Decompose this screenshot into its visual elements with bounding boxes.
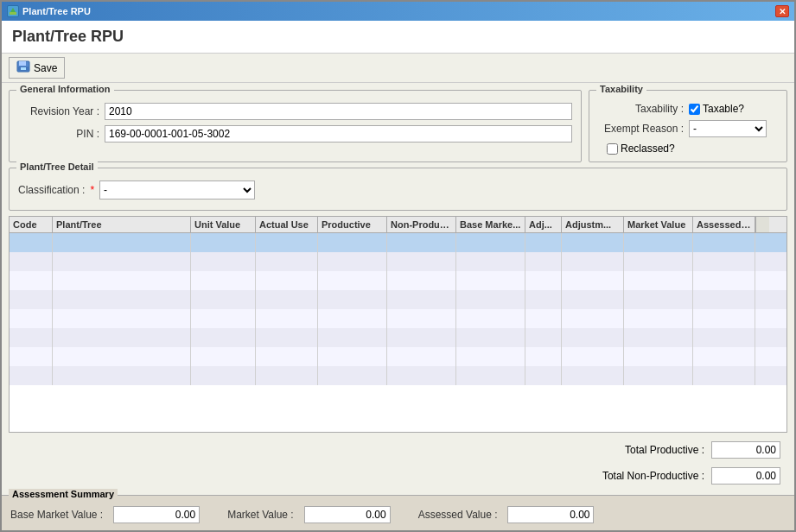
cell-adjustment bbox=[562, 328, 624, 347]
cell-code bbox=[10, 233, 53, 252]
general-info-label: General Information bbox=[16, 84, 114, 94]
cell-productive bbox=[318, 271, 387, 290]
table-row[interactable] bbox=[10, 233, 786, 252]
cell-adjustment bbox=[562, 271, 624, 290]
col-header-actual-use: Actual Use bbox=[256, 217, 318, 232]
save-button[interactable]: Save bbox=[9, 57, 65, 79]
totals-row: Total Productive : bbox=[9, 438, 787, 462]
col-header-code: Code bbox=[10, 217, 53, 232]
cell-adj-short bbox=[525, 290, 562, 309]
cell-productive bbox=[318, 252, 387, 271]
cell-code bbox=[10, 309, 53, 328]
cell-code bbox=[10, 271, 53, 290]
title-bar-text: Plant/Tree RPU bbox=[22, 6, 91, 16]
col-header-assessed: Assessed V... bbox=[693, 217, 755, 232]
cell-market-value bbox=[624, 328, 693, 347]
cell-non-productive bbox=[387, 347, 456, 366]
cell-code bbox=[10, 347, 53, 366]
pin-label: PIN : bbox=[18, 128, 105, 140]
cell-base-market bbox=[456, 271, 525, 290]
save-label: Save bbox=[34, 62, 57, 74]
col-header-unit-value: Unit Value bbox=[191, 217, 256, 232]
page-title: Plant/Tree RPU bbox=[12, 28, 784, 46]
detail-label: Plant/Tree Detail bbox=[16, 162, 98, 172]
table-row[interactable] bbox=[10, 309, 786, 328]
exempt-label: Exempt Reason : bbox=[598, 123, 689, 135]
cell-plant-tree bbox=[53, 328, 191, 347]
cell-assessed bbox=[693, 271, 755, 290]
cell-code bbox=[10, 290, 53, 309]
base-market-input[interactable] bbox=[113, 506, 200, 523]
pin-input[interactable] bbox=[105, 125, 572, 142]
cell-unit-value bbox=[191, 252, 256, 271]
cell-code bbox=[10, 252, 53, 271]
assessment-summary-label: Assessment Summary bbox=[9, 489, 118, 499]
cell-plant-tree bbox=[53, 233, 191, 252]
reclassed-label: Reclassed? bbox=[621, 142, 675, 155]
cell-productive bbox=[318, 309, 387, 328]
total-nonproductive-input[interactable] bbox=[711, 467, 780, 484]
title-bar-left: Plant/Tree RPU bbox=[7, 5, 91, 17]
cell-adjustment bbox=[562, 366, 624, 385]
close-button[interactable]: ✕ bbox=[775, 5, 789, 17]
cell-base-market bbox=[456, 252, 525, 271]
classification-select[interactable]: - bbox=[99, 180, 255, 200]
cell-adj-short bbox=[525, 233, 562, 252]
cell-non-productive bbox=[387, 309, 456, 328]
required-asterisk: * bbox=[90, 184, 94, 196]
cell-assessed bbox=[693, 233, 755, 252]
cell-adjustment bbox=[562, 233, 624, 252]
taxable-checkbox[interactable] bbox=[689, 104, 700, 115]
table-row[interactable] bbox=[10, 366, 786, 385]
cell-adjustment bbox=[562, 290, 624, 309]
cell-market-value bbox=[624, 252, 693, 271]
cell-adj-short bbox=[525, 252, 562, 271]
plant-tree-detail-section: Plant/Tree Detail Classification : * - bbox=[9, 168, 787, 211]
table-row[interactable] bbox=[10, 328, 786, 347]
cell-adj-short bbox=[525, 328, 562, 347]
col-header-non-productive: Non-Produc... bbox=[387, 217, 456, 232]
table-row[interactable] bbox=[10, 252, 786, 271]
cell-actual-use bbox=[256, 366, 318, 385]
cell-non-productive bbox=[387, 290, 456, 309]
title-bar: Plant/Tree RPU ✕ bbox=[2, 2, 794, 21]
svg-rect-5 bbox=[21, 67, 26, 70]
revision-year-row: Revision Year : bbox=[18, 103, 572, 120]
cell-actual-use bbox=[256, 328, 318, 347]
app-icon bbox=[7, 5, 19, 17]
svg-marker-1 bbox=[10, 8, 16, 12]
revision-year-input[interactable] bbox=[105, 103, 572, 120]
cell-assessed bbox=[693, 366, 755, 385]
cell-plant-tree bbox=[53, 347, 191, 366]
cell-actual-use bbox=[256, 290, 318, 309]
assessed-value-label: Assessed Value : bbox=[418, 509, 498, 521]
table-row[interactable] bbox=[10, 271, 786, 290]
cell-assessed bbox=[693, 328, 755, 347]
cell-non-productive bbox=[387, 233, 456, 252]
taxability-field-label: Taxability : bbox=[598, 103, 689, 115]
assessment-row: Base Market Value : Market Value : Asses… bbox=[10, 506, 786, 523]
cell-unit-value bbox=[191, 328, 256, 347]
svg-rect-0 bbox=[10, 12, 16, 15]
reclassed-checkbox[interactable] bbox=[607, 143, 618, 155]
cell-non-productive bbox=[387, 271, 456, 290]
table-row[interactable] bbox=[10, 290, 786, 309]
cell-market-value bbox=[624, 366, 693, 385]
col-header-market-value: Market Value bbox=[624, 217, 693, 232]
exempt-row: Exempt Reason : - bbox=[598, 120, 778, 137]
assessed-value-input[interactable] bbox=[507, 506, 594, 523]
table-row[interactable] bbox=[10, 347, 786, 366]
market-value-input[interactable] bbox=[304, 506, 391, 523]
cell-plant-tree bbox=[53, 271, 191, 290]
cell-unit-value bbox=[191, 347, 256, 366]
total-productive-input[interactable] bbox=[711, 441, 780, 459]
general-info-section: General Information Revision Year : PIN … bbox=[9, 90, 582, 162]
cell-actual-use bbox=[256, 271, 318, 290]
cell-adj-short bbox=[525, 271, 562, 290]
cell-plant-tree bbox=[53, 309, 191, 328]
exempt-select[interactable]: - bbox=[689, 120, 767, 137]
cell-non-productive bbox=[387, 252, 456, 271]
grid-body[interactable] bbox=[10, 233, 786, 432]
grid-header: Code Plant/Tree Unit Value Actual Use Pr… bbox=[10, 217, 786, 233]
cell-market-value bbox=[624, 347, 693, 366]
